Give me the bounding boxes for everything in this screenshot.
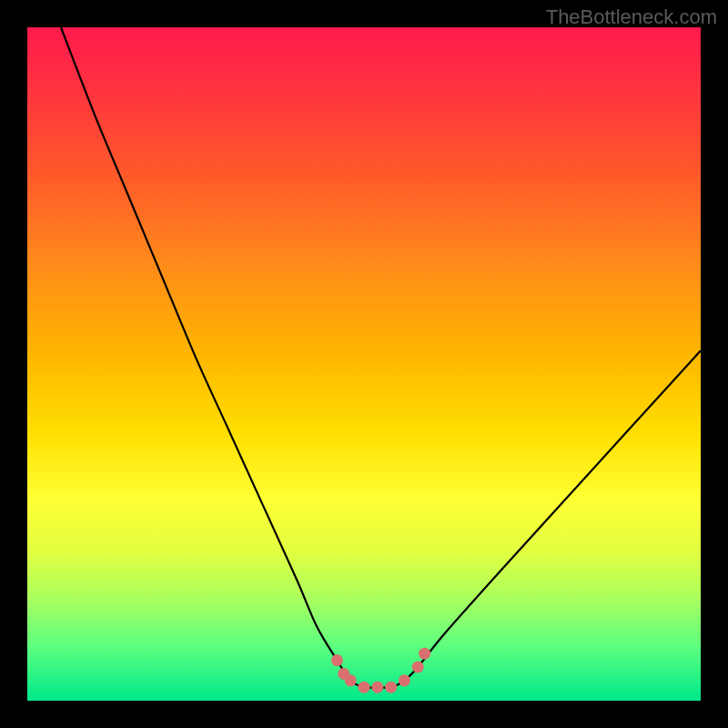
marker-point bbox=[359, 682, 370, 693]
gradient-plot-area bbox=[27, 27, 701, 701]
marker-point bbox=[412, 662, 424, 673]
marker-point bbox=[419, 648, 430, 660]
marker-point bbox=[371, 682, 383, 693]
chart-frame: TheBottleneck.com bbox=[0, 0, 728, 728]
bottleneck-curve bbox=[61, 27, 701, 688]
watermark-text: TheBottleneck.com bbox=[546, 5, 717, 29]
marker-point bbox=[385, 682, 397, 693]
marker-point bbox=[345, 674, 357, 686]
marker-group bbox=[331, 648, 430, 693]
chart-svg bbox=[27, 27, 701, 701]
marker-point bbox=[331, 654, 343, 666]
marker-point bbox=[399, 674, 410, 686]
